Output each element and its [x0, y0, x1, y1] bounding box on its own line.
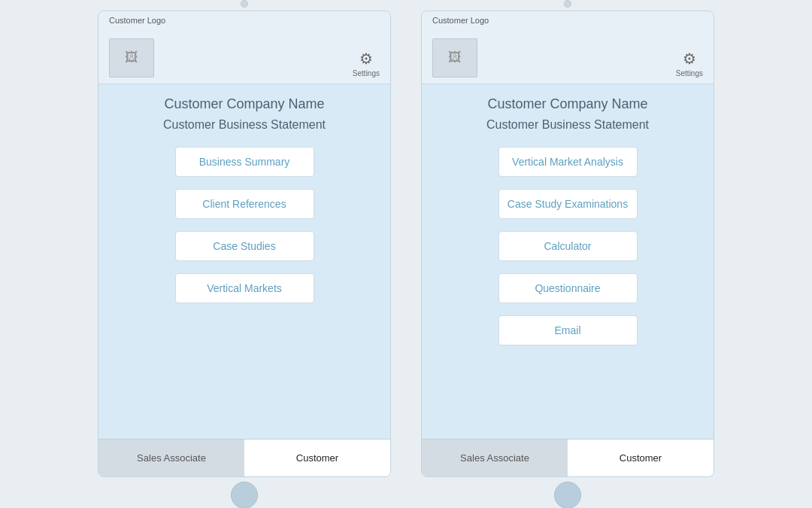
phone-2-email-button[interactable]: Email [498, 315, 638, 345]
phone-2-nav-buttons: Vertical Market Analysis Case Study Exam… [437, 147, 698, 345]
phone-1-client-references-button[interactable]: Client References [175, 189, 314, 219]
phone-2-calculator-button[interactable]: Calculator [498, 231, 638, 261]
phone-2-gear-icon[interactable]: ⚙ [683, 50, 696, 68]
phone-1-tab-customer[interactable]: Customer [244, 440, 390, 476]
phone-2-logo-box: 🖼 [432, 38, 477, 78]
phone-2-questionnaire-button[interactable]: Questionnaire [498, 273, 638, 303]
phone-1-business-statement: Customer Business Statement [163, 118, 326, 132]
phone-2-tab-bar: Sales Associate Customer [422, 439, 714, 476]
phone-1-logo-box: 🖼 [109, 38, 154, 78]
phone-1-main: Customer Company Name Customer Business … [98, 84, 390, 439]
phone-2-tab-sales-associate[interactable]: Sales Associate [422, 440, 568, 476]
phone-1-settings-label: Settings [353, 69, 380, 78]
phone-1-logo-wrapper: Customer Logo 🖼 [109, 16, 165, 78]
phone-1-bottom-dot [231, 482, 258, 509]
phone-1-container: Customer Logo 🖼 ⚙ Settings Customer Comp… [98, 0, 391, 508]
phone-1-tab-sales-associate[interactable]: Sales Associate [98, 440, 244, 476]
phone-2-logo-label: Customer Logo [432, 16, 489, 25]
phone-1-logo-label: Customer Logo [109, 16, 165, 25]
phone-2-settings-wrapper[interactable]: ⚙ Settings [676, 50, 703, 78]
phone-1-case-studies-button[interactable]: Case Studies [175, 231, 314, 261]
phone-1-gear-icon[interactable]: ⚙ [359, 50, 373, 68]
phone-1-top-dot [241, 0, 248, 8]
phone-2-logo-wrapper: Customer Logo 🖼 [432, 16, 489, 78]
phone-1-business-summary-button[interactable]: Business Summary [175, 147, 314, 177]
phone-2-container: Customer Logo 🖼 ⚙ Settings Customer Comp… [421, 0, 714, 508]
phone-2-main: Customer Company Name Customer Business … [422, 84, 714, 439]
phone-2-settings-label: Settings [676, 69, 703, 78]
phone-1-company-name: Customer Company Name [164, 96, 324, 112]
phone-2-image-icon: 🖼 [448, 50, 462, 65]
phone-1-nav-buttons: Business Summary Client References Case … [114, 147, 375, 303]
phone-2-header: Customer Logo 🖼 ⚙ Settings [422, 11, 714, 84]
phone-2-case-study-examinations-button[interactable]: Case Study Examinations [498, 189, 638, 219]
phone-2-bottom-dot [554, 482, 581, 509]
phone-1-tab-bar: Sales Associate Customer [98, 439, 390, 476]
phone-1-image-icon: 🖼 [125, 50, 138, 65]
phone-2-business-statement: Customer Business Statement [486, 118, 649, 132]
phone-2-company-name: Customer Company Name [487, 96, 647, 112]
phone-1-header: Customer Logo 🖼 ⚙ Settings [98, 11, 390, 84]
phone-1: Customer Logo 🖼 ⚙ Settings Customer Comp… [98, 11, 391, 477]
phone-2: Customer Logo 🖼 ⚙ Settings Customer Comp… [421, 11, 714, 477]
phone-1-settings-wrapper[interactable]: ⚙ Settings [353, 50, 380, 78]
phone-1-vertical-markets-button[interactable]: Vertical Markets [175, 273, 314, 303]
phone-2-tab-customer[interactable]: Customer [568, 440, 714, 476]
phone-2-top-dot [564, 0, 571, 8]
phone-2-vertical-market-analysis-button[interactable]: Vertical Market Analysis [498, 147, 638, 177]
